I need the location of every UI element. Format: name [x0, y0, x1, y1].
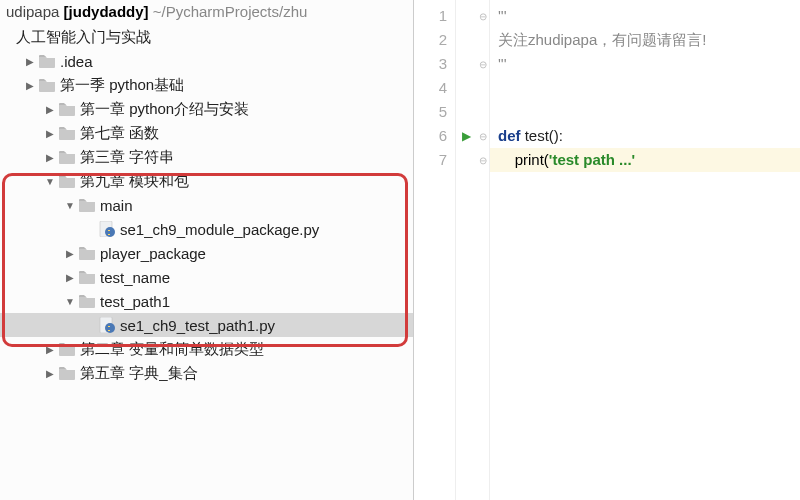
tree-item-label: test_path1	[100, 293, 170, 310]
code-line[interactable]: '''	[490, 4, 800, 28]
run-icon[interactable]: ▶	[462, 129, 471, 143]
folder-icon	[78, 268, 96, 286]
folder-icon	[58, 172, 76, 190]
breadcrumb-project: [judydaddy]	[64, 3, 149, 20]
folder-icon	[58, 124, 76, 142]
tree-folder[interactable]: ▶test_name	[0, 265, 413, 289]
chevron-down-icon[interactable]: ▼	[64, 296, 76, 307]
code-editor[interactable]: 1234567 ▶ ⊖⊖⊖⊖ '''关注zhudipapa，有问题请留言!'''…	[414, 0, 800, 500]
chevron-right-icon[interactable]: ▶	[24, 80, 36, 91]
folder-icon	[58, 364, 76, 382]
tree-file[interactable]: se1_ch9_test_path1.py	[0, 313, 413, 337]
folder-icon	[38, 52, 56, 70]
chevron-right-icon[interactable]: ▶	[64, 248, 76, 259]
tree-item-label: main	[100, 197, 133, 214]
tree-folder[interactable]: ▶.idea	[0, 49, 413, 73]
line-number: 3	[414, 52, 455, 76]
svg-point-3	[105, 323, 115, 333]
line-number: 5	[414, 100, 455, 124]
folder-icon	[58, 100, 76, 118]
tree-root[interactable]: 人工智能入门与实战	[0, 25, 413, 49]
tree-item-label: 第九章 模块和包	[80, 172, 189, 191]
tree-item-label: 第七章 函数	[80, 124, 159, 143]
tree-folder[interactable]: ▼test_path1	[0, 289, 413, 313]
tree-folder[interactable]: ▼main	[0, 193, 413, 217]
fold-icon[interactable]: ⊖	[476, 4, 489, 28]
tree-item-label: se1_ch9_test_path1.py	[120, 317, 275, 334]
run-gutter[interactable]: ▶	[456, 0, 476, 500]
tree-item-label: 第一季 python基础	[60, 76, 184, 95]
code-area[interactable]: '''关注zhudipapa，有问题请留言!'''def test(): pri…	[490, 0, 800, 500]
chevron-right-icon[interactable]: ▶	[64, 272, 76, 283]
tree-item-label: 第五章 字典_集合	[80, 364, 198, 383]
tree-folder[interactable]: ▶第七章 函数	[0, 121, 413, 145]
folder-icon	[78, 244, 96, 262]
tree-item-label: 第三章 字符串	[80, 148, 174, 167]
tree-file[interactable]: se1_ch9_module_package.py	[0, 217, 413, 241]
line-number: 1	[414, 4, 455, 28]
fold-icon[interactable]: ⊖	[476, 124, 489, 148]
tree-item-label: se1_ch9_module_package.py	[120, 221, 319, 238]
tree-item-label: player_package	[100, 245, 206, 262]
folder-icon	[78, 292, 96, 310]
line-number: 2	[414, 28, 455, 52]
code-line[interactable]	[490, 100, 800, 124]
fold-gutter[interactable]: ⊖⊖⊖⊖	[476, 0, 490, 500]
folder-icon	[58, 148, 76, 166]
fold-icon[interactable]: ⊖	[476, 52, 489, 76]
chevron-down-icon[interactable]: ▼	[44, 176, 56, 187]
tree-item-label: test_name	[100, 269, 170, 286]
code-line[interactable]: 关注zhudipapa，有问题请留言!	[490, 28, 800, 52]
project-sidebar: udipapa [judydaddy] ~/PycharmProjects/zh…	[0, 0, 414, 500]
chevron-right-icon[interactable]: ▶	[44, 104, 56, 115]
tree-item-label: 第二章 变量和简单数据类型	[80, 340, 264, 359]
chevron-right-icon[interactable]: ▶	[44, 128, 56, 139]
chevron-right-icon[interactable]: ▶	[44, 152, 56, 163]
fold-icon[interactable]: ⊖	[476, 148, 489, 172]
tree-folder[interactable]: ▶第一季 python基础	[0, 73, 413, 97]
line-number: 4	[414, 76, 455, 100]
code-line[interactable]	[490, 76, 800, 100]
svg-point-1	[105, 227, 115, 237]
folder-icon	[58, 340, 76, 358]
tree-root-label: 人工智能入门与实战	[16, 28, 151, 47]
code-line[interactable]: print('test path ...'	[490, 148, 800, 172]
tree-item-label: 第一章 python介绍与安装	[80, 100, 249, 119]
chevron-right-icon[interactable]: ▶	[44, 344, 56, 355]
chevron-down-icon[interactable]: ▼	[64, 200, 76, 211]
tree-folder[interactable]: ▶player_package	[0, 241, 413, 265]
breadcrumb: udipapa [judydaddy] ~/PycharmProjects/zh…	[0, 0, 413, 23]
tree-folder[interactable]: ▶第三章 字符串	[0, 145, 413, 169]
python-file-icon	[98, 220, 116, 238]
folder-icon	[38, 76, 56, 94]
chevron-right-icon[interactable]: ▶	[44, 368, 56, 379]
tree-folder[interactable]: ▶第一章 python介绍与安装	[0, 97, 413, 121]
folder-icon	[78, 196, 96, 214]
line-number-gutter: 1234567	[414, 0, 456, 500]
project-tree[interactable]: 人工智能入门与实战 ▶.idea▶第一季 python基础▶第一章 python…	[0, 23, 413, 500]
tree-folder[interactable]: ▼第九章 模块和包	[0, 169, 413, 193]
code-line[interactable]: '''	[490, 52, 800, 76]
chevron-right-icon[interactable]: ▶	[24, 56, 36, 67]
python-file-icon	[98, 316, 116, 334]
tree-folder[interactable]: ▶第二章 变量和简单数据类型	[0, 337, 413, 361]
tree-item-label: .idea	[60, 53, 93, 70]
tree-folder[interactable]: ▶第五章 字典_集合	[0, 361, 413, 385]
code-line[interactable]: def test():	[490, 124, 800, 148]
breadcrumb-prefix: udipapa	[6, 3, 59, 20]
line-number: 6	[414, 124, 455, 148]
breadcrumb-path: ~/PycharmProjects/zhu	[153, 3, 308, 20]
line-number: 7	[414, 148, 455, 172]
